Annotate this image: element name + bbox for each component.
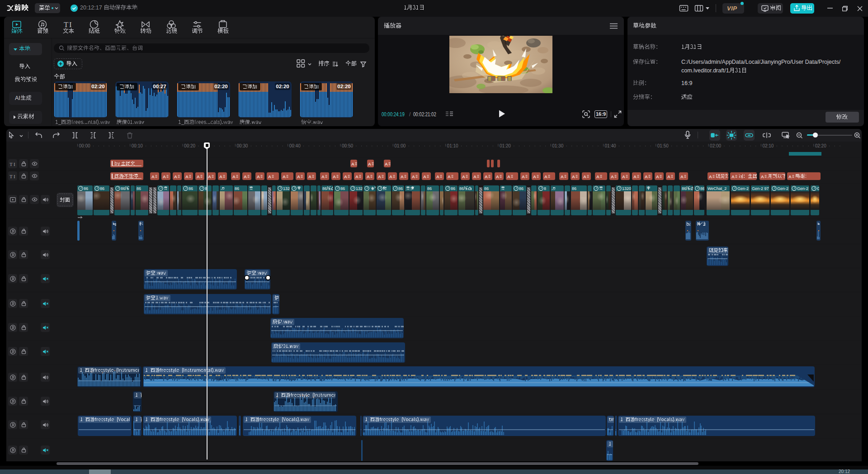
svg-text:A: A <box>151 174 155 179</box>
svg-text:A: A <box>788 174 792 179</box>
svg-text:A: A <box>219 174 222 179</box>
svg-text:I: I <box>14 174 15 179</box>
svg-text:A: A <box>667 174 670 179</box>
svg-text:A: A <box>389 174 392 179</box>
svg-text:A: A <box>448 174 451 179</box>
svg-text:A: A <box>185 174 189 179</box>
svg-text:T: T <box>64 20 69 29</box>
svg-text:A: A <box>174 174 177 179</box>
svg-text:A: A <box>709 174 712 179</box>
svg-text:A: A <box>401 174 404 179</box>
svg-text:A: A <box>731 174 735 179</box>
svg-text:A: A <box>268 174 271 179</box>
svg-text:A: A <box>244 174 247 179</box>
svg-text:A: A <box>385 161 388 166</box>
svg-text:A: A <box>351 161 354 166</box>
svg-text:A: A <box>412 174 415 179</box>
svg-text:A: A <box>544 174 547 179</box>
svg-text:T: T <box>9 174 13 179</box>
svg-text:A: A <box>611 174 614 179</box>
svg-text:A: A <box>473 174 476 179</box>
svg-text:A: A <box>344 174 347 179</box>
svg-text:A: A <box>423 174 426 179</box>
svg-text:A: A <box>680 174 684 179</box>
svg-text:A: A <box>622 174 625 179</box>
svg-text:A: A <box>561 174 564 179</box>
svg-text:A: A <box>321 174 325 179</box>
svg-text:A: A <box>355 174 359 179</box>
svg-text:A: A <box>308 174 311 179</box>
svg-text:A: A <box>533 174 536 179</box>
svg-text:A: A <box>485 174 488 179</box>
svg-text:A: A <box>645 174 648 179</box>
svg-text:A: A <box>232 174 236 179</box>
svg-text:I: I <box>69 20 72 29</box>
svg-text:A: A <box>257 174 260 179</box>
svg-text:A: A <box>583 174 586 179</box>
svg-text:A: A <box>656 174 659 179</box>
svg-text:A: A <box>761 174 764 179</box>
svg-text:A: A <box>197 174 200 179</box>
svg-text:A: A <box>368 161 371 166</box>
svg-text:A: A <box>333 174 336 179</box>
svg-text:A: A <box>283 174 286 179</box>
svg-text:A: A <box>436 174 439 179</box>
svg-text:A: A <box>378 174 381 179</box>
svg-text:A: A <box>596 174 599 179</box>
svg-text:T: T <box>9 161 13 166</box>
svg-text:A: A <box>367 174 370 179</box>
svg-text:A: A <box>507 174 510 179</box>
svg-text:A: A <box>633 174 637 179</box>
svg-text:A: A <box>208 174 211 179</box>
svg-text:A: A <box>163 174 166 179</box>
svg-text:I: I <box>14 161 15 166</box>
svg-text:A: A <box>297 174 300 179</box>
svg-text:A: A <box>496 174 499 179</box>
svg-text:A: A <box>572 174 575 179</box>
svg-text:A: A <box>522 174 525 179</box>
svg-text:A: A <box>462 174 465 179</box>
